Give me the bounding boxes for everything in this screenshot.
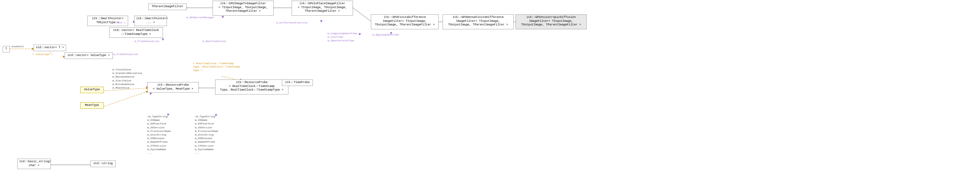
node-std-basic-string: std::basic_string<char > <box>17 159 51 169</box>
node-meantype-label: MeanType <box>85 103 99 107</box>
m-gpukernelmanager-label: m_GPUKernelManager <box>186 16 215 19</box>
node-std-vector-valuetype-label: std::vector< ValueType > <box>67 54 110 57</box>
node-resourceprobe-rt-label: itk::ResourceProbe< RealTimeClock::TimeS… <box>220 81 283 92</box>
field-list-1: /m_TypeString m_OSName m_OSPlatform m_OS… <box>147 114 171 155</box>
node-std-vector-rtc-label: std::vector< RealTimeClock::TimeStampTyp… <box>113 29 159 36</box>
realtimeclock-ts-label: < RealTimeClock::TimeStampType, RealTime… <box>193 62 240 72</box>
m-probe-value-list-label: m_ProbeValueList <box>135 40 160 43</box>
node-T-label: T <box>5 47 7 51</box>
m-computeupdatetime-fields: m_ComputeUpdateTimem_InitTimem_SmoothFie… <box>328 32 357 43</box>
node-std-string: std::string <box>90 161 116 167</box>
node-gpu-aniso-diffusion-label: itk::GPUAnisotropicDiffusionImageFilter<… <box>521 16 581 26</box>
self-label: < Self > <box>113 21 126 24</box>
diagram-canvas: T elements std::vector< T > < ValueType … <box>0 0 980 186</box>
node-smartpointer-tobjecttype: itk::SmartPointer<TObjectType > <box>88 16 128 26</box>
node-std-vector-T-label: std::vector< T > <box>36 46 64 49</box>
svg-line-10 <box>353 8 372 22</box>
svg-line-19 <box>104 91 148 107</box>
node-gpu-image-to-image-label: itk::GPUImageToImageFilter< TInputImage,… <box>218 2 267 13</box>
m-applyupdatetime-label: m_ApplyUpdateTime <box>372 33 399 36</box>
node-gpu-aniso-diffusion: itk::GPUAnisotropicDiffusionImageFilter<… <box>515 14 587 29</box>
m-differencefunction-label: m_DifferenceFunction <box>276 21 308 24</box>
node-tparentimagefilter-label: TParentImageFilter <box>151 5 183 8</box>
elements-label: elements <box>11 45 24 48</box>
node-std-string-label: std::string <box>93 162 113 165</box>
value-type-arrow-label: < ValueType > <box>33 53 53 56</box>
node-gpu-finitediff: itk::GPUFiniteDifferenceImageFilter< TIn… <box>371 14 439 29</box>
node-T: T <box>3 46 10 52</box>
node-timeprobe-label: itk::TimeProbe <box>285 81 310 84</box>
node-std-vector-realtimeclock: std::vector< RealTimeClock::TimeStampTyp… <box>109 27 163 38</box>
node-smartpointer-self-label: itk::SmartPointer<... > <box>136 17 168 24</box>
node-tparentimagefilter: TParentImageFilter <box>148 3 187 10</box>
m-probe-value-list2-label: m_ProbeValueList <box>113 53 138 56</box>
node-std-vector-T: std::vector< T > <box>33 45 66 51</box>
node-valuetype: ValueType <box>80 87 103 93</box>
m-totalvalue-fields: m_TotalValue m_StandardDeviation m_Maxim… <box>113 68 142 90</box>
svg-line-22 <box>215 94 241 116</box>
node-std-vector-valuetype: std::vector< ValueType > <box>65 52 113 59</box>
node-meantype: MeanType <box>80 102 103 109</box>
node-resourceprobe-vt-mt: itk::ResourceProbe< ValueType, MeanType … <box>147 82 199 92</box>
node-resourceprobe-rt: itk::ResourceProbe< RealTimeClock::TimeS… <box>215 79 288 94</box>
node-gpu-inplace: itk::GPUInPlaceImageFilter< TInputImage,… <box>292 1 353 16</box>
node-valuetype-label: ValueType <box>84 88 100 91</box>
node-gpu-dense-finitediff-label: itk::GPUDenseFiniteDifferenceImageFilter… <box>448 16 508 26</box>
node-resourceprobe-vt-mt-label: itk::ResourceProbe< ValueType, MeanType … <box>153 83 193 91</box>
node-gpu-dense-finitediff: itk::GPUDenseFiniteDifferenceImageFilter… <box>442 14 514 29</box>
node-std-basic-string-label: std::basic_string<char > <box>19 160 51 167</box>
node-gpu-inplace-label: itk::GPUInPlaceImageFilter< TInputImage,… <box>298 2 347 13</box>
node-gpu-image-to-image: itk::GPUImageToImageFilter< TInputImage,… <box>213 1 274 16</box>
node-timeprobe: itk::TimeProbe <box>282 79 313 86</box>
svg-line-9 <box>321 15 323 22</box>
node-gpu-finitediff-label: itk::GPUFiniteDifferenceImageFilter< TIn… <box>375 16 435 26</box>
svg-line-20 <box>168 93 174 116</box>
node-smartpointer-self: itk::SmartPointer<... > <box>134 16 167 26</box>
m-realtimeclock-label: m_RealTimeClock <box>203 40 226 43</box>
field-list-2: /m_TypeString m_OSName m_OSPlatform m_OS… <box>195 114 218 155</box>
